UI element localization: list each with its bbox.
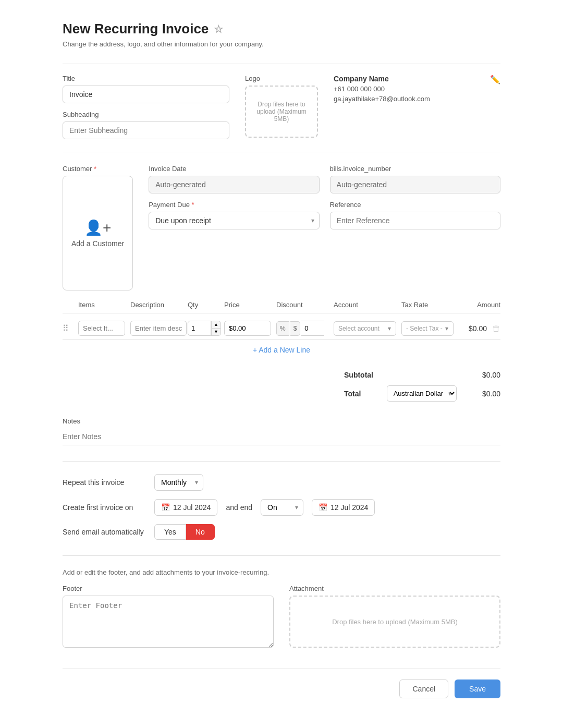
amount-value: $0.00: [469, 324, 487, 333]
total-value: $0.00: [482, 390, 500, 398]
attachment-label: Attachment: [289, 585, 500, 592]
drag-col-header: [63, 301, 78, 309]
tax-col-header: Tax Rate: [401, 301, 459, 309]
percent-toggle[interactable]: %: [276, 321, 289, 336]
customer-label: Customer *: [63, 165, 133, 173]
repeat-label: Repeat this invoice: [63, 478, 146, 487]
calendar-icon-1: 📅: [161, 503, 170, 512]
logo-section: Logo Drop files here to upload (Maximum …: [245, 75, 318, 138]
desc-col-header: Description: [130, 301, 188, 309]
and-end-label: and end: [226, 503, 252, 512]
create-date-value: 12 Jul 2024: [173, 503, 211, 512]
send-email-row: Send email automatically Yes No: [63, 524, 500, 540]
subheading-group: Subheading: [63, 111, 229, 139]
reference-label: Reference: [330, 201, 500, 209]
no-button[interactable]: No: [186, 524, 215, 540]
subheading-input[interactable]: [63, 122, 229, 139]
actions-bar: Cancel Save: [63, 669, 500, 698]
payment-due-select[interactable]: Due upon receipt Net 7 Net 14 Net 30: [149, 212, 319, 229]
totals-section: Subtotal $0.00 Total Australian Dollar U…: [63, 371, 500, 402]
attachment-upload-area[interactable]: Drop files here to upload (Maximum 5MB): [289, 596, 500, 648]
invoice-right-fields: Invoice Date bills.invoice_number Paymen…: [149, 165, 500, 229]
tax-select[interactable]: - Select Tax -: [401, 321, 454, 336]
item-qty-cell: ▲ ▼: [188, 321, 224, 336]
disc-col-header: Discount: [276, 301, 334, 309]
add-customer-button[interactable]: 👤+ Add a Customer: [63, 176, 133, 290]
end-date-input[interactable]: 📅 12 Jul 2024: [312, 499, 375, 516]
item-select-cell: [78, 321, 130, 336]
logo-upload-area[interactable]: Drop files here to upload (Maximum 5MB): [245, 86, 318, 138]
qty-up-button[interactable]: ▲: [211, 321, 221, 329]
add-new-line-button[interactable]: + Add a New Line: [63, 339, 500, 360]
subtotal-row: Subtotal $0.00: [344, 371, 500, 379]
repeat-select[interactable]: Monthly Daily Weekly Yearly: [154, 474, 203, 491]
end-select-wrapper: On Never After: [261, 499, 303, 516]
payment-reference-row: Payment Due * Due upon receipt Net 7 Net…: [149, 201, 500, 229]
divider-4: [63, 555, 500, 556]
item-discount-cell: % $: [276, 321, 334, 336]
title-input[interactable]: [63, 86, 229, 103]
company-name: Company Name: [334, 75, 430, 83]
save-button[interactable]: Save: [455, 680, 500, 698]
item-price-cell: [224, 321, 276, 336]
create-label: Create first invoice on: [63, 503, 146, 512]
footer-textarea[interactable]: [63, 596, 274, 648]
footer-note: Add or edit the footer, and add attachme…: [63, 568, 500, 576]
company-edit-icon[interactable]: ✏️: [490, 75, 500, 84]
customer-invoice-section: Customer * 👤+ Add a Customer Invoice Dat…: [63, 165, 500, 290]
company-phone: +61 000 000 000: [334, 85, 430, 93]
qty-down-button[interactable]: ▼: [211, 329, 221, 336]
logo-group: Logo Drop files here to upload (Maximum …: [245, 75, 318, 138]
subtotal-value: $0.00: [482, 371, 500, 379]
company-info-row: Company Name +61 000 000 000 ga.jayathil…: [334, 75, 500, 103]
send-email-label: Send email automatically: [63, 528, 146, 536]
cancel-button[interactable]: Cancel: [399, 680, 448, 698]
currency-select-wrapper: Australian Dollar US Dollar Euro British…: [387, 385, 457, 402]
item-desc-input[interactable]: [130, 321, 187, 336]
price-input[interactable]: [224, 321, 271, 336]
item-select-input[interactable]: [78, 321, 125, 336]
add-customer-label: Add a Customer: [71, 239, 124, 248]
reference-group: Reference: [330, 201, 500, 229]
company-info: Company Name +61 000 000 000 ga.jayathil…: [334, 75, 430, 103]
title-text: New Recurring Invoice: [63, 21, 209, 37]
notes-input[interactable]: [63, 428, 500, 445]
favorite-icon[interactable]: ☆: [214, 23, 223, 35]
invoice-date-input: [149, 176, 319, 193]
qty-input[interactable]: [188, 321, 211, 336]
reference-input[interactable]: [330, 212, 500, 229]
payment-required: *: [192, 201, 194, 209]
logo-label: Logo: [245, 75, 318, 82]
title-group: Title: [63, 75, 229, 103]
page-subtitle: Change the address, logo, and other info…: [63, 40, 500, 48]
notes-label: Notes: [63, 417, 500, 425]
item-desc-cell: [130, 321, 188, 336]
create-first-invoice-row: Create first invoice on 📅 12 Jul 2024 an…: [63, 499, 500, 516]
footer-attachment-section: Add or edit the footer, and add attachme…: [63, 568, 500, 648]
price-col-header: Price: [224, 301, 276, 309]
add-customer-icon: 👤+: [84, 219, 111, 236]
drag-handle[interactable]: ⠿: [63, 323, 78, 333]
repeat-select-wrapper: Monthly Daily Weekly Yearly: [154, 474, 203, 491]
dollar-toggle[interactable]: $: [290, 321, 301, 336]
end-select[interactable]: On Never After: [261, 499, 303, 516]
payment-due-label: Payment Due *: [149, 201, 319, 209]
payment-due-wrapper: Due upon receipt Net 7 Net 14 Net 30: [149, 212, 319, 229]
discount-value-input[interactable]: [301, 321, 324, 336]
create-date-input[interactable]: 📅 12 Jul 2024: [154, 499, 217, 516]
items-section: Items Description Qty Price Discount Acc…: [63, 301, 500, 360]
qty-buttons: ▲ ▼: [211, 321, 221, 336]
invoice-date-group: Invoice Date: [149, 165, 319, 193]
currency-select[interactable]: Australian Dollar US Dollar Euro British…: [387, 385, 457, 402]
table-row: ⠿ ▲ ▼ % $: [63, 318, 500, 339]
recurring-section: Repeat this invoice Monthly Daily Weekly…: [63, 474, 500, 540]
account-select[interactable]: Select account: [334, 321, 396, 336]
item-tax-cell: - Select Tax -: [401, 321, 459, 336]
account-col-header: Account: [334, 301, 401, 309]
yes-button[interactable]: Yes: [154, 524, 186, 540]
company-section: Company Name +61 000 000 000 ga.jayathil…: [334, 75, 500, 103]
footer-label: Footer: [63, 585, 274, 592]
attachment-group: Attachment Drop files here to upload (Ma…: [289, 585, 500, 648]
customer-required: *: [94, 165, 96, 173]
delete-row-icon[interactable]: 🗑: [492, 324, 500, 333]
